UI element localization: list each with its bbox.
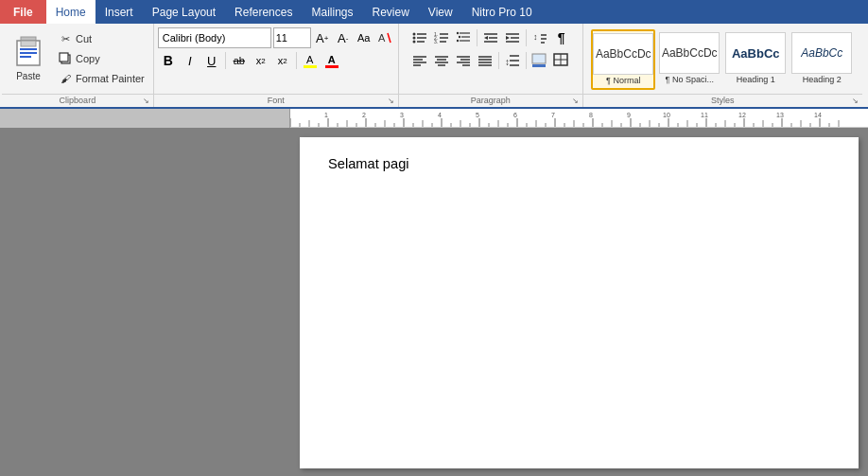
align-left-button[interactable]	[409, 50, 430, 71]
align-center-button[interactable]	[431, 50, 452, 71]
menu-page-layout[interactable]: Page Layout	[143, 0, 225, 24]
style-normal-preview: AaBbCcDc	[593, 33, 653, 75]
format-painter-button[interactable]: 🖌 Format Painter	[53, 69, 149, 88]
menu-references[interactable]: References	[225, 0, 302, 24]
document-text: Selamat pagi	[328, 156, 830, 171]
font-color-button[interactable]: A	[321, 50, 342, 71]
style-normal-label: ¶ Normal	[606, 76, 640, 85]
style-heading1[interactable]: AaBbCc Heading 1	[723, 29, 788, 90]
menu-view[interactable]: View	[419, 0, 462, 24]
text-highlight-button[interactable]: A	[300, 50, 321, 71]
font-group: Calibri (Body) 11 A+ A- Aa A	[154, 24, 399, 107]
svg-text:3.: 3.	[434, 39, 438, 44]
doc-main[interactable]: Selamat pagi	[290, 128, 868, 476]
svg-text:↕: ↕	[533, 32, 538, 42]
superscript-button[interactable]: x2	[272, 50, 293, 71]
font-row2: B I U ab x2 x2 A	[158, 50, 394, 71]
justify-button[interactable]	[475, 50, 495, 71]
style-heading2[interactable]: AaBbCc Heading 2	[790, 29, 854, 90]
styles-expander[interactable]: ↘	[851, 96, 860, 105]
align-right-button[interactable]	[453, 50, 474, 71]
underline-button[interactable]: U	[201, 50, 222, 71]
line-spacing-button[interactable]: ↕	[502, 50, 523, 71]
doc-left-panel	[0, 128, 290, 476]
font-divider1	[225, 52, 226, 69]
svg-line-9	[388, 33, 391, 43]
subscript-button[interactable]: x2	[251, 50, 271, 71]
paragraph-expander[interactable]: ↘	[571, 96, 581, 105]
svg-text:9: 9	[627, 112, 631, 118]
grow-font-button[interactable]: A+	[313, 28, 332, 47]
para-group-content: 1.2.3. ↕ ¶	[409, 26, 572, 84]
style-heading1-preview: AaBbCc	[725, 32, 786, 74]
ruler-left-margin	[0, 109, 290, 128]
styles-group: AaBbCcDc ¶ Normal AaBbCcDc ¶ No Spaci...…	[583, 24, 862, 107]
style-heading2-preview: AaBbCc	[791, 32, 852, 74]
bold-button[interactable]: B	[158, 50, 179, 71]
clipboard-expander[interactable]: ↘	[142, 96, 151, 105]
copy-button[interactable]: Copy	[53, 49, 149, 68]
svg-text:↕: ↕	[505, 57, 510, 67]
menu-nitro[interactable]: Nitro Pro 10	[462, 0, 542, 24]
svg-text:11: 11	[701, 112, 708, 118]
sort-button[interactable]: ↕	[529, 27, 550, 48]
ruler-main: 1 2 3 4 5	[290, 109, 868, 128]
svg-rect-7	[60, 53, 68, 62]
change-case-button[interactable]: Aa	[355, 28, 373, 47]
ribbon-content: Paste ✂ Cut Copy	[0, 24, 868, 107]
style-heading2-label: Heading 2	[803, 75, 842, 84]
strikethrough-button[interactable]: ab	[229, 50, 250, 71]
page[interactable]: Selamat pagi	[300, 137, 859, 468]
para-divider1	[477, 29, 477, 46]
styles-group-content: AaBbCcDc ¶ Normal AaBbCcDc ¶ No Spaci...…	[591, 26, 854, 103]
clear-format-button[interactable]: A	[375, 28, 394, 47]
svg-marker-33	[506, 36, 510, 40]
document-area: Selamat pagi	[0, 128, 868, 476]
svg-rect-2	[21, 41, 36, 46]
shading-button[interactable]	[529, 50, 550, 71]
svg-rect-4	[20, 52, 37, 54]
font-size-select[interactable]: 11	[273, 27, 311, 48]
italic-button[interactable]: I	[180, 50, 200, 71]
font-name-select[interactable]: Calibri (Body)	[158, 27, 271, 48]
paste-icon	[13, 35, 43, 69]
para-row2: ↕	[409, 50, 572, 71]
para-row1: 1.2.3. ↕ ¶	[409, 27, 572, 48]
show-paragraph-button[interactable]: ¶	[551, 27, 572, 48]
numbering-button[interactable]: 1.2.3.	[431, 27, 452, 48]
style-no-spacing[interactable]: AaBbCcDc ¶ No Spaci...	[657, 29, 721, 90]
svg-point-10	[412, 33, 415, 36]
bullets-button[interactable]	[409, 27, 430, 48]
increase-indent-button[interactable]	[502, 27, 523, 48]
style-normal[interactable]: AaBbCcDc ¶ Normal	[591, 29, 655, 90]
menu-bar: File Home Insert Page Layout References …	[0, 0, 868, 24]
borders-button[interactable]	[551, 50, 572, 71]
shrink-font-button[interactable]: A-	[334, 28, 353, 47]
svg-marker-29	[484, 36, 488, 40]
svg-text:6: 6	[513, 112, 517, 118]
svg-text:10: 10	[663, 112, 670, 118]
font-row1: Calibri (Body) 11 A+ A- Aa A	[158, 27, 394, 48]
svg-text:4: 4	[438, 112, 442, 118]
svg-rect-60	[532, 54, 546, 63]
multilevel-button[interactable]	[453, 27, 474, 48]
menu-file[interactable]: File	[0, 0, 46, 24]
menu-mailings[interactable]: Mailings	[302, 0, 362, 24]
decrease-indent-button[interactable]	[480, 27, 501, 48]
menu-insert[interactable]: Insert	[95, 0, 143, 24]
ruler-svg: 1 2 3 4 5	[290, 109, 868, 128]
style-heading1-label: Heading 1	[737, 75, 775, 84]
svg-text:2: 2	[362, 112, 366, 118]
menu-review[interactable]: Review	[362, 0, 418, 24]
clipboard-sub: ✂ Cut Copy 🖌 Form	[53, 27, 149, 88]
paste-button[interactable]: Paste	[6, 27, 51, 88]
svg-text:13: 13	[776, 112, 784, 118]
para-divider2	[526, 29, 527, 46]
format-painter-icon: 🖌	[58, 71, 73, 86]
format-painter-label: Format Painter	[76, 73, 145, 84]
cut-button[interactable]: ✂ Cut	[53, 29, 149, 48]
menu-home[interactable]: Home	[46, 0, 95, 24]
page-content[interactable]: Selamat pagi	[328, 156, 830, 440]
font-divider2	[296, 52, 297, 69]
font-expander[interactable]: ↘	[387, 96, 396, 105]
